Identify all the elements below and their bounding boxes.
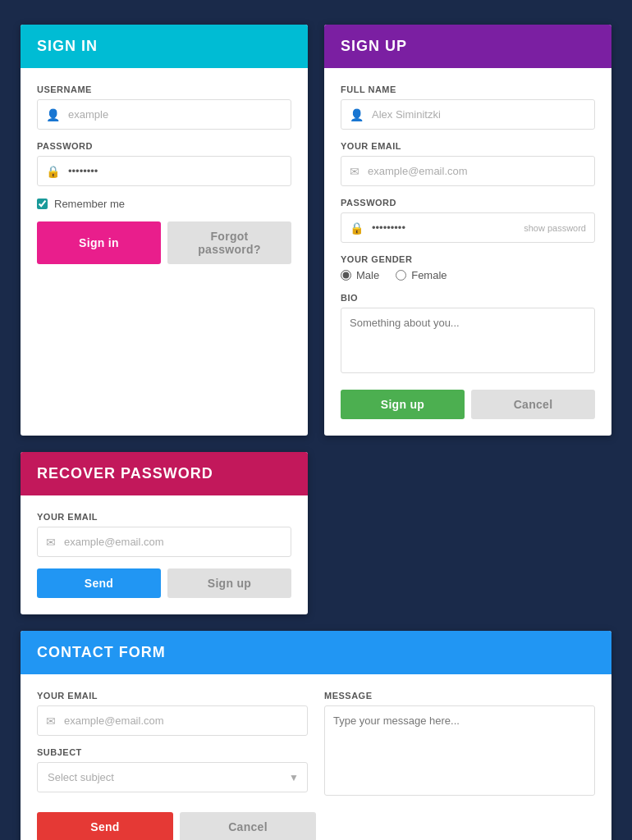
contact-email-field-group: YOUR EMAIL ✉ <box>37 691 308 736</box>
username-field-group: USERNAME 👤 <box>37 84 291 130</box>
signup-cancel-button[interactable]: Cancel <box>471 390 595 419</box>
signin-title: SIGN IN <box>37 38 98 54</box>
subject-select[interactable]: Select subject General Inquiry Support S… <box>38 763 307 792</box>
gender-female-radio[interactable] <box>396 270 406 281</box>
username-input[interactable] <box>68 100 291 129</box>
recover-email-field-group: YOUR EMAIL ✉ <box>37 512 291 557</box>
contact-btn-row: Send Cancel <box>37 812 316 840</box>
remember-label: Remember me <box>54 198 125 210</box>
contact-title: CONTACT FORM <box>37 644 166 660</box>
remember-row: Remember me <box>37 198 291 210</box>
recover-header: RECOVER PASSWORD <box>21 452 308 495</box>
bio-label: BIO <box>341 293 595 303</box>
contact-email-input-wrapper: ✉ <box>37 705 308 736</box>
signup-password-field-group: PASSWORD 🔒 show password <box>341 198 595 243</box>
signup-email-input[interactable] <box>368 157 594 185</box>
username-input-wrapper: 👤 <box>37 99 291 130</box>
gender-row: Male Female <box>341 269 595 281</box>
fullname-field-group: FULL NAME 👤 <box>341 84 595 130</box>
signup-lock-icon: 🔒 <box>341 221 372 235</box>
fullname-user-icon: 👤 <box>341 108 372 121</box>
subject-field-group: SUBJECT Select subject General Inquiry S… <box>37 747 308 792</box>
contact-send-button[interactable]: Send <box>37 812 173 840</box>
signup-email-field-group: YOUR EMAIL ✉ <box>341 141 595 186</box>
password-label: PASSWORD <box>37 141 291 151</box>
gender-field-group: YOUR GENDER Male Female <box>341 254 595 281</box>
show-password-label[interactable]: show password <box>524 223 594 233</box>
user-icon: 👤 <box>38 108 68 121</box>
contact-right: MESSAGE <box>324 691 595 804</box>
contact-header: CONTACT FORM <box>21 631 611 674</box>
subject-select-wrapper: Select subject General Inquiry Support S… <box>37 762 308 792</box>
signin-header: SIGN IN <box>21 25 308 68</box>
password-input[interactable] <box>68 157 291 185</box>
recover-email-input[interactable] <box>64 527 291 556</box>
gender-male-radio[interactable] <box>341 270 351 281</box>
contact-left: YOUR EMAIL ✉ SUBJECT Select subject Gene… <box>37 691 308 804</box>
recover-email-input-wrapper: ✉ <box>37 527 291 557</box>
bio-field-group: BIO <box>341 293 595 388</box>
signup-card: SIGN UP FULL NAME 👤 YOUR EMAIL ✉ PASSWOR… <box>324 25 611 436</box>
password-input-wrapper: 🔒 <box>37 156 291 186</box>
recover-body: YOUR EMAIL ✉ Send Sign up <box>21 495 308 614</box>
signin-body: USERNAME 👤 PASSWORD 🔒 Remember me Sign i… <box>21 68 308 281</box>
signup-title: SIGN UP <box>341 38 407 54</box>
signin-btn-row: Sign in Forgot password? <box>37 221 291 264</box>
recover-title: RECOVER PASSWORD <box>37 465 213 482</box>
username-label: USERNAME <box>37 84 291 94</box>
gender-female-option: Female <box>396 269 447 281</box>
contact-email-icon: ✉ <box>38 714 64 728</box>
gender-female-label: Female <box>411 269 447 281</box>
contact-email-label: YOUR EMAIL <box>37 691 308 701</box>
contact-grid: YOUR EMAIL ✉ SUBJECT Select subject Gene… <box>37 691 595 804</box>
recover-email-label: YOUR EMAIL <box>37 512 291 522</box>
recover-signup-button[interactable]: Sign up <box>167 568 291 598</box>
fullname-label: FULL NAME <box>341 84 595 94</box>
gender-label: YOUR GENDER <box>341 254 595 264</box>
subject-label: SUBJECT <box>37 747 308 757</box>
password-field-group: PASSWORD 🔒 <box>37 141 291 186</box>
message-label: MESSAGE <box>324 691 595 701</box>
recover-card: RECOVER PASSWORD YOUR EMAIL ✉ Send Sign … <box>21 452 308 614</box>
recover-email-icon: ✉ <box>38 536 64 549</box>
signup-body: FULL NAME 👤 YOUR EMAIL ✉ PASSWORD 🔒 <box>324 68 611 436</box>
gender-male-label: Male <box>356 269 379 281</box>
signup-password-wrapper: 🔒 show password <box>341 212 595 243</box>
signup-btn-row: Sign up Cancel <box>341 390 595 419</box>
message-field-group: MESSAGE <box>324 691 595 799</box>
signup-header: SIGN UP <box>324 25 611 68</box>
fullname-input-wrapper: 👤 <box>341 99 595 130</box>
recover-btn-row: Send Sign up <box>37 568 291 598</box>
recover-send-button[interactable]: Send <box>37 568 161 598</box>
signin-button[interactable]: Sign in <box>37 221 161 264</box>
signin-card: SIGN IN USERNAME 👤 PASSWORD 🔒 Remember m… <box>21 25 308 436</box>
contact-cancel-button[interactable]: Cancel <box>180 812 316 840</box>
forgot-password-button[interactable]: Forgot password? <box>167 221 291 264</box>
contact-card: CONTACT FORM YOUR EMAIL ✉ SUBJECT Select… <box>21 631 611 840</box>
signup-password-input[interactable] <box>372 213 524 242</box>
signup-button[interactable]: Sign up <box>341 390 465 419</box>
signup-email-input-wrapper: ✉ <box>341 156 595 186</box>
signup-email-label: YOUR EMAIL <box>341 141 595 151</box>
contact-email-input[interactable] <box>64 706 307 735</box>
remember-checkbox[interactable] <box>37 199 48 209</box>
fullname-input[interactable] <box>372 100 594 129</box>
message-textarea[interactable] <box>324 705 595 796</box>
signup-email-icon: ✉ <box>341 165 368 178</box>
lock-icon: 🔒 <box>38 165 68 178</box>
gender-male-option: Male <box>341 269 379 281</box>
bio-textarea[interactable] <box>341 308 595 373</box>
contact-body: YOUR EMAIL ✉ SUBJECT Select subject Gene… <box>21 674 611 840</box>
signup-password-label: PASSWORD <box>341 198 595 208</box>
